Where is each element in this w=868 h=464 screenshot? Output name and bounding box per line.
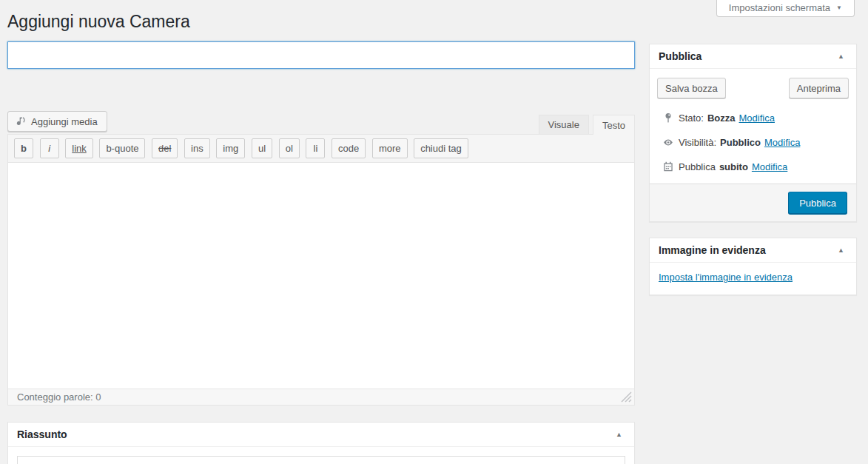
tab-text[interactable]: Testo <box>593 115 635 135</box>
sidebar-column: Pubblica ▲ Salva bozza Anteprima Stato: … <box>649 44 857 295</box>
publish-panel: Pubblica ▲ Salva bozza Anteprima Stato: … <box>649 44 857 222</box>
visibility-row: Visibilità: Pubblico Modifica <box>650 131 856 155</box>
misc-publishing-actions: Stato: Bozza Modifica Visibilità: Pubbli… <box>650 106 856 184</box>
quicktags-toolbar: b i link b-quote del ins img ul ol li co… <box>8 135 634 163</box>
quicktag-link-button[interactable]: link <box>65 138 93 158</box>
word-count-value: 0 <box>95 391 101 403</box>
edit-status-link[interactable]: Modifica <box>739 112 775 124</box>
set-featured-image-link[interactable]: Imposta l'immagine in evidenza <box>659 272 793 283</box>
add-media-label: Aggiungi media <box>31 116 98 127</box>
editor-mode-tabs: Visuale Testo <box>539 115 635 134</box>
pin-icon <box>662 112 675 124</box>
chevron-down-icon: ▼ <box>836 5 842 11</box>
excerpt-panel: Riassunto ▲ <box>7 422 635 464</box>
quicktag-more-button[interactable]: more <box>372 138 408 158</box>
featured-image-panel: Immagine in evidenza ▲ Imposta l'immagin… <box>649 238 857 295</box>
word-count-label: Conteggio parole: <box>17 391 93 403</box>
major-publishing-actions: Pubblica <box>650 184 856 221</box>
post-title-input[interactable] <box>7 41 635 69</box>
editor-container: b i link b-quote del ins img ul ol li co… <box>7 134 635 406</box>
add-media-button[interactable]: Aggiungi media <box>7 111 107 132</box>
quicktag-li-button[interactable]: li <box>306 138 325 158</box>
calendar-icon <box>662 161 675 172</box>
excerpt-panel-header: Riassunto ▲ <box>8 423 634 447</box>
quicktag-del-button[interactable]: del <box>152 138 178 158</box>
collapse-icon[interactable]: ▲ <box>835 52 847 61</box>
excerpt-panel-title: Riassunto <box>17 428 67 440</box>
edit-schedule-link[interactable]: Modifica <box>752 161 787 172</box>
post-content-textarea[interactable] <box>8 163 634 389</box>
publish-panel-header: Pubblica ▲ <box>650 44 856 69</box>
editor-tools: Aggiungi media Visuale Testo <box>7 111 635 134</box>
excerpt-panel-body <box>8 447 634 464</box>
quicktag-code-button[interactable]: code <box>332 138 366 158</box>
featured-image-panel-title: Immagine in evidenza <box>659 244 766 256</box>
quicktag-ul-button[interactable]: ul <box>252 138 272 158</box>
schedule-value: subito <box>719 161 748 172</box>
quicktag-italic-button[interactable]: i <box>40 138 59 158</box>
collapse-icon[interactable]: ▲ <box>613 430 625 440</box>
publish-button[interactable]: Pubblica <box>788 192 847 214</box>
media-icon <box>14 115 27 129</box>
collapse-icon[interactable]: ▲ <box>835 246 847 255</box>
quicktag-bold-button[interactable]: b <box>14 138 33 158</box>
schedule-label: Pubblica <box>679 161 716 172</box>
screen-options-button[interactable]: Impostazioni schermata ▼ <box>716 0 855 17</box>
tab-visual[interactable]: Visuale <box>539 115 589 134</box>
quicktag-close-tags-button[interactable]: chiudi tag <box>414 138 468 158</box>
eye-icon <box>662 137 675 148</box>
status-value: Bozza <box>707 112 736 124</box>
post-status-row: Stato: Bozza Modifica <box>650 106 856 131</box>
screen-options-label: Impostazioni schermata <box>729 2 830 13</box>
publish-panel-title: Pubblica <box>659 50 702 62</box>
quicktag-ol-button[interactable]: ol <box>279 138 300 158</box>
quicktag-img-button[interactable]: img <box>216 138 245 158</box>
main-column: Aggiungi nuova Camera Aggiungi media Vis… <box>7 0 635 464</box>
edit-visibility-link[interactable]: Modifica <box>764 137 800 148</box>
featured-image-panel-header: Immagine in evidenza ▲ <box>650 238 856 263</box>
visibility-label: Visibilità: <box>679 137 716 148</box>
excerpt-textarea[interactable] <box>17 456 625 464</box>
save-draft-button[interactable]: Salva bozza <box>657 78 726 98</box>
quicktag-blockquote-button[interactable]: b-quote <box>99 138 145 158</box>
minor-publishing-actions: Salva bozza Anteprima <box>650 69 856 106</box>
preview-button[interactable]: Anteprima <box>789 78 849 98</box>
editor-resize-handle[interactable] <box>621 391 632 403</box>
editor-status-bar: Conteggio parole: 0 <box>8 389 634 405</box>
quicktag-ins-button[interactable]: ins <box>184 138 210 158</box>
schedule-row: Pubblica subito Modifica <box>650 155 856 179</box>
page-title: Aggiungi nuova Camera <box>7 0 635 33</box>
word-count: Conteggio parole: 0 <box>17 391 101 403</box>
featured-image-panel-body: Imposta l'immagine in evidenza <box>650 263 856 295</box>
status-label: Stato: <box>679 112 704 124</box>
visibility-value: Pubblico <box>720 137 761 148</box>
